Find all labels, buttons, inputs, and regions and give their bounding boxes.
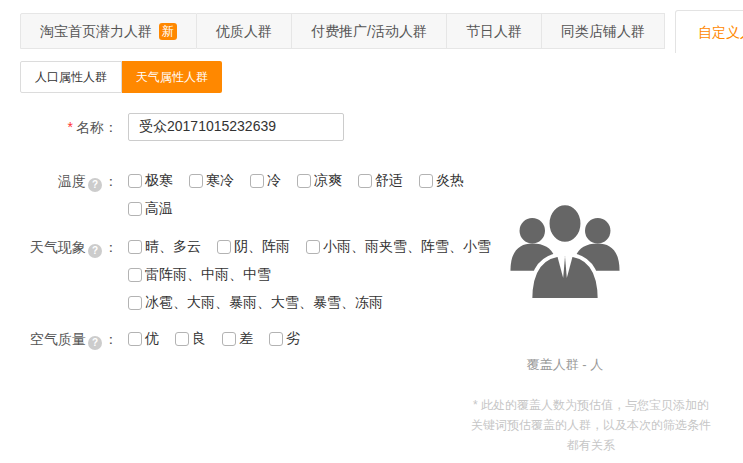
tab-premium-audience[interactable]: 优质人群 [197,13,292,49]
checkbox-icon [128,332,142,346]
name-row: *名称： [0,113,470,141]
checkbox-overcast-showers[interactable]: 阴、阵雨 [217,238,290,256]
tab-label: 节日人群 [466,23,522,39]
tab-label: 付费推广/活动人群 [311,23,427,39]
checkbox-icon [128,268,142,282]
checkbox-extreme-cold[interactable]: 极寒 [128,172,173,190]
subtab-label: 天气属性人群 [136,70,208,84]
checkbox-aq-excellent[interactable]: 优 [128,330,159,348]
weather-audience-form: *名称： 温度?： 极寒 寒冷 冷 凉爽 舒适 炎热 高温 [0,113,470,353]
checkbox-icon [189,174,203,188]
weather-phenomena-row: 天气现象?： 晴、多云 阴、阵雨 小雨、雨夹雪、阵雪、小雪 雷阵雨、中雨、中雪 … [0,233,470,317]
note-line: 关键词预估覆盖的人群，以及本次的筛选条件 [455,415,727,435]
checkbox-icon [128,202,142,216]
note-line: * 此处的覆盖人数为预估值，与您宝贝添加的 [455,395,727,415]
subtab-demographic-audience[interactable]: 人口属性人群 [20,61,122,93]
tab-similar-shop-audience[interactable]: 同类店铺人群 [542,13,665,49]
checkbox-cold[interactable]: 寒冷 [189,172,234,190]
checkbox-comfortable[interactable]: 舒适 [358,172,403,190]
new-badge: 新 [159,23,177,40]
tab-custom-audience[interactable]: 自定义人群 [675,10,743,53]
checkbox-icon [222,332,236,346]
checkbox-icon [128,240,142,254]
checkbox-line: 雷阵雨、中雨、中雪 [128,261,507,289]
help-icon[interactable]: ? [88,244,102,258]
checkbox-high-temperature[interactable]: 高温 [128,200,173,218]
checkbox-hail-heavy-rain-snow[interactable]: 冰雹、大雨、暴雨、大雪、暴雪、冻雨 [128,294,383,312]
tab-paid-promo-activity[interactable]: 付费推广/活动人群 [292,13,447,49]
name-label: *名称： [0,113,118,141]
checkbox-cool[interactable]: 凉爽 [297,172,342,190]
checkbox-line: 冰雹、大雨、暴雨、大雪、暴雪、冻雨 [128,289,507,317]
checkbox-chilly[interactable]: 冷 [250,172,281,190]
custom-audience-page: 淘宝首页潜力人群新 优质人群 付费推广/活动人群 节日人群 同类店铺人群 自定义… [0,0,743,463]
tab-label: 同类店铺人群 [561,23,645,39]
help-icon[interactable]: ? [88,336,102,350]
temperature-label: 温度?： [0,167,118,195]
help-icon[interactable]: ? [88,178,102,192]
audience-name-input[interactable] [128,113,344,141]
checkbox-icon [269,332,283,346]
weather-phenomena-label: 天气现象?： [0,233,118,261]
main-tab-bar: 淘宝首页潜力人群新 优质人群 付费推广/活动人群 节日人群 同类店铺人群 自定义… [20,10,743,53]
checkbox-icon [358,174,372,188]
checkbox-icon [297,174,311,188]
checkbox-line: 优 良 差 劣 [128,325,316,353]
checkbox-line: 高温 [128,195,480,223]
coverage-count-label: 覆盖人群 - 人 [455,356,675,374]
checkbox-icon [419,174,433,188]
checkbox-aq-poor[interactable]: 差 [222,330,253,348]
checkbox-icon [306,240,320,254]
audience-group-icon [505,190,625,306]
tab-taobao-homepage-potential[interactable]: 淘宝首页潜力人群新 [20,13,197,49]
tab-label: 自定义人群 [698,24,743,40]
air-quality-label: 空气质量?： [0,325,118,353]
air-quality-row: 空气质量?： 优 良 差 劣 [0,325,470,353]
checkbox-icon [250,174,264,188]
coverage-summary-panel: 覆盖人群 - 人 * 此处的覆盖人数为预估值，与您宝贝添加的 关键词预估覆盖的人… [455,190,727,455]
checkbox-icon [128,296,142,310]
checkbox-aq-good[interactable]: 良 [175,330,206,348]
note-line: 都有关系 [455,435,727,455]
checkbox-icon [128,174,142,188]
required-asterisk: * [68,119,73,135]
tab-label: 淘宝首页潜力人群 [40,23,152,39]
subtab-label: 人口属性人群 [35,70,107,84]
tab-label: 优质人群 [216,23,272,39]
checkbox-icon [217,240,231,254]
checkbox-line: 晴、多云 阴、阵雨 小雨、雨夹雪、阵雪、小雪 [128,233,507,261]
sub-tab-bar: 人口属性人群 天气属性人群 [20,61,222,93]
tab-festival-audience[interactable]: 节日人群 [447,13,542,49]
checkbox-hot[interactable]: 炎热 [419,172,464,190]
subtab-weather-audience[interactable]: 天气属性人群 [122,61,222,93]
checkbox-sunny-cloudy[interactable]: 晴、多云 [128,238,201,256]
checkbox-aq-bad[interactable]: 劣 [269,330,300,348]
checkbox-thunderstorm-moderate[interactable]: 雷阵雨、中雨、中雪 [128,266,271,284]
temperature-row: 温度?： 极寒 寒冷 冷 凉爽 舒适 炎热 高温 [0,167,470,223]
coverage-estimate-note: * 此处的覆盖人数为预估值，与您宝贝添加的 关键词预估覆盖的人群，以及本次的筛选… [455,395,727,455]
checkbox-line: 极寒 寒冷 冷 凉爽 舒适 炎热 [128,167,480,195]
checkbox-icon [175,332,189,346]
